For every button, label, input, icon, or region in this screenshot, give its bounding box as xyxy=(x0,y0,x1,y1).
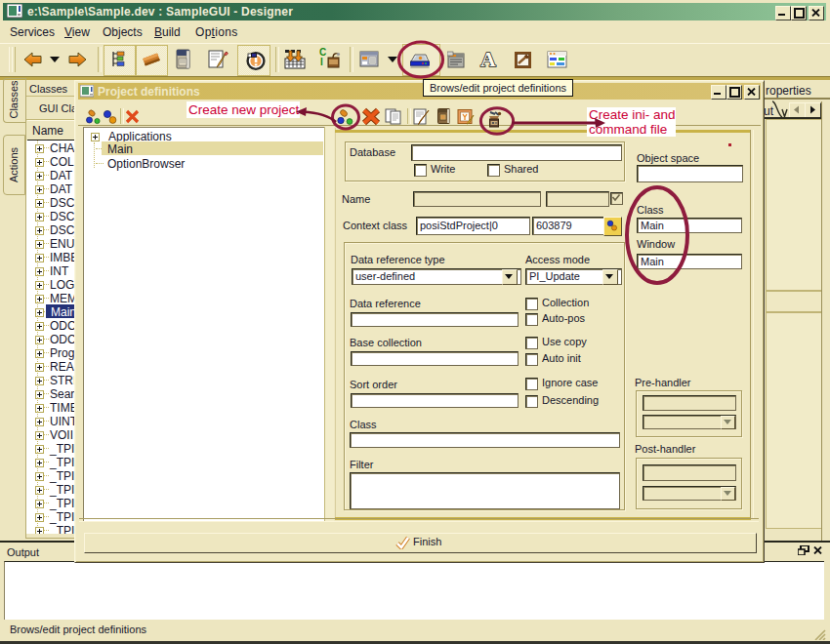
svg-text:A: A xyxy=(480,49,496,69)
